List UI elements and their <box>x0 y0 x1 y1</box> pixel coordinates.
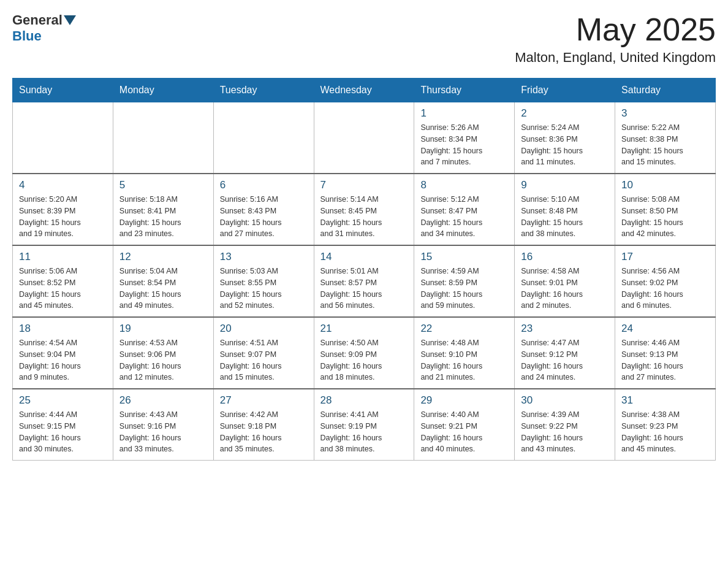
calendar-cell <box>314 102 414 174</box>
day-info: Sunrise: 4:40 AM Sunset: 9:21 PM Dayligh… <box>420 409 508 455</box>
calendar-cell: 23Sunrise: 4:47 AM Sunset: 9:12 PM Dayli… <box>515 317 615 389</box>
day-info: Sunrise: 5:08 AM Sunset: 8:50 PM Dayligh… <box>621 194 709 240</box>
day-number: 17 <box>621 251 709 263</box>
day-number: 23 <box>521 323 609 335</box>
day-info: Sunrise: 4:44 AM Sunset: 9:15 PM Dayligh… <box>19 409 107 455</box>
day-info: Sunrise: 5:12 AM Sunset: 8:47 PM Dayligh… <box>420 194 508 240</box>
calendar-cell: 22Sunrise: 4:48 AM Sunset: 9:10 PM Dayli… <box>414 317 515 389</box>
calendar-cell: 7Sunrise: 5:14 AM Sunset: 8:45 PM Daylig… <box>314 174 414 245</box>
calendar-cell: 6Sunrise: 5:16 AM Sunset: 8:43 PM Daylig… <box>213 174 314 245</box>
day-number: 20 <box>220 323 308 335</box>
page-header: General Blue May 2025 Malton, England, U… <box>12 12 716 66</box>
day-number: 4 <box>19 179 107 191</box>
day-info: Sunrise: 4:48 AM Sunset: 9:10 PM Dayligh… <box>420 337 508 383</box>
calendar-cell: 28Sunrise: 4:41 AM Sunset: 9:19 PM Dayli… <box>314 389 414 461</box>
day-number: 12 <box>119 251 207 263</box>
day-of-week-header: Saturday <box>615 79 716 102</box>
day-number: 14 <box>320 251 408 263</box>
calendar-cell: 27Sunrise: 4:42 AM Sunset: 9:18 PM Dayli… <box>213 389 314 461</box>
day-info: Sunrise: 5:04 AM Sunset: 8:54 PM Dayligh… <box>119 266 207 312</box>
day-info: Sunrise: 4:50 AM Sunset: 9:09 PM Dayligh… <box>320 337 408 383</box>
calendar-cell: 15Sunrise: 4:59 AM Sunset: 8:59 PM Dayli… <box>414 245 515 317</box>
day-of-week-header: Friday <box>515 79 615 102</box>
calendar-cell <box>13 102 113 174</box>
calendar-cell: 25Sunrise: 4:44 AM Sunset: 9:15 PM Dayli… <box>13 389 113 461</box>
calendar-cell: 21Sunrise: 4:50 AM Sunset: 9:09 PM Dayli… <box>314 317 414 389</box>
calendar-cell: 9Sunrise: 5:10 AM Sunset: 8:48 PM Daylig… <box>515 174 615 245</box>
day-info: Sunrise: 5:06 AM Sunset: 8:52 PM Dayligh… <box>19 266 107 312</box>
day-info: Sunrise: 4:43 AM Sunset: 9:16 PM Dayligh… <box>119 409 207 455</box>
calendar-cell: 2Sunrise: 5:24 AM Sunset: 8:36 PM Daylig… <box>515 102 615 174</box>
day-number: 30 <box>521 394 609 407</box>
logo-triangle-icon <box>64 15 76 25</box>
calendar-cell: 3Sunrise: 5:22 AM Sunset: 8:38 PM Daylig… <box>615 102 716 174</box>
day-info: Sunrise: 4:56 AM Sunset: 9:02 PM Dayligh… <box>621 266 709 312</box>
logo-general-text: General <box>12 12 63 28</box>
calendar-week-row: 25Sunrise: 4:44 AM Sunset: 9:15 PM Dayli… <box>13 389 716 461</box>
day-info: Sunrise: 4:47 AM Sunset: 9:12 PM Dayligh… <box>521 337 609 383</box>
day-number: 29 <box>420 394 508 407</box>
calendar-cell: 20Sunrise: 4:51 AM Sunset: 9:07 PM Dayli… <box>213 317 314 389</box>
calendar-cell: 19Sunrise: 4:53 AM Sunset: 9:06 PM Dayli… <box>113 317 213 389</box>
day-info: Sunrise: 5:22 AM Sunset: 8:38 PM Dayligh… <box>621 122 709 168</box>
calendar-cell: 13Sunrise: 5:03 AM Sunset: 8:55 PM Dayli… <box>213 245 314 317</box>
day-info: Sunrise: 4:41 AM Sunset: 9:19 PM Dayligh… <box>320 409 408 455</box>
day-info: Sunrise: 4:51 AM Sunset: 9:07 PM Dayligh… <box>220 337 308 383</box>
day-info: Sunrise: 5:20 AM Sunset: 8:39 PM Dayligh… <box>19 194 107 240</box>
day-info: Sunrise: 4:54 AM Sunset: 9:04 PM Dayligh… <box>19 337 107 383</box>
days-of-week-row: SundayMondayTuesdayWednesdayThursdayFrid… <box>13 79 716 102</box>
calendar-week-row: 1Sunrise: 5:26 AM Sunset: 8:34 PM Daylig… <box>13 102 716 174</box>
calendar-cell: 11Sunrise: 5:06 AM Sunset: 8:52 PM Dayli… <box>13 245 113 317</box>
day-info: Sunrise: 5:10 AM Sunset: 8:48 PM Dayligh… <box>521 194 609 240</box>
day-info: Sunrise: 4:39 AM Sunset: 9:22 PM Dayligh… <box>521 409 609 455</box>
day-number: 11 <box>19 251 107 263</box>
day-of-week-header: Tuesday <box>213 79 314 102</box>
day-info: Sunrise: 5:18 AM Sunset: 8:41 PM Dayligh… <box>119 194 207 240</box>
calendar-cell <box>113 102 213 174</box>
calendar-week-row: 11Sunrise: 5:06 AM Sunset: 8:52 PM Dayli… <box>13 245 716 317</box>
calendar-cell: 24Sunrise: 4:46 AM Sunset: 9:13 PM Dayli… <box>615 317 716 389</box>
day-number: 10 <box>621 179 709 191</box>
day-number: 16 <box>521 251 609 263</box>
calendar-week-row: 18Sunrise: 4:54 AM Sunset: 9:04 PM Dayli… <box>13 317 716 389</box>
day-of-week-header: Monday <box>113 79 213 102</box>
day-number: 22 <box>420 323 508 335</box>
calendar-cell: 4Sunrise: 5:20 AM Sunset: 8:39 PM Daylig… <box>13 174 113 245</box>
day-number: 13 <box>220 251 308 263</box>
day-info: Sunrise: 5:03 AM Sunset: 8:55 PM Dayligh… <box>220 266 308 312</box>
day-number: 27 <box>220 394 308 407</box>
calendar-cell: 12Sunrise: 5:04 AM Sunset: 8:54 PM Dayli… <box>113 245 213 317</box>
day-number: 6 <box>220 179 308 191</box>
day-number: 21 <box>320 323 408 335</box>
day-info: Sunrise: 5:26 AM Sunset: 8:34 PM Dayligh… <box>420 122 508 168</box>
day-number: 3 <box>621 107 709 120</box>
calendar-cell: 18Sunrise: 4:54 AM Sunset: 9:04 PM Dayli… <box>13 317 113 389</box>
calendar-cell: 10Sunrise: 5:08 AM Sunset: 8:50 PM Dayli… <box>615 174 716 245</box>
day-info: Sunrise: 4:38 AM Sunset: 9:23 PM Dayligh… <box>621 409 709 455</box>
day-number: 2 <box>521 107 609 120</box>
day-number: 24 <box>621 323 709 335</box>
calendar-body: 1Sunrise: 5:26 AM Sunset: 8:34 PM Daylig… <box>13 102 716 461</box>
day-number: 8 <box>420 179 508 191</box>
day-number: 19 <box>119 323 207 335</box>
calendar-cell: 17Sunrise: 4:56 AM Sunset: 9:02 PM Dayli… <box>615 245 716 317</box>
calendar-cell: 16Sunrise: 4:58 AM Sunset: 9:01 PM Dayli… <box>515 245 615 317</box>
calendar-cell: 31Sunrise: 4:38 AM Sunset: 9:23 PM Dayli… <box>615 389 716 461</box>
title-block: May 2025 Malton, England, United Kingdom <box>515 12 716 66</box>
day-number: 28 <box>320 394 408 407</box>
day-number: 1 <box>420 107 508 120</box>
day-of-week-header: Sunday <box>13 79 113 102</box>
day-number: 25 <box>19 394 107 407</box>
day-of-week-header: Thursday <box>414 79 515 102</box>
calendar-header: SundayMondayTuesdayWednesdayThursdayFrid… <box>13 79 716 102</box>
day-info: Sunrise: 4:46 AM Sunset: 9:13 PM Dayligh… <box>621 337 709 383</box>
day-info: Sunrise: 4:58 AM Sunset: 9:01 PM Dayligh… <box>521 266 609 312</box>
month-year-title: May 2025 <box>515 12 716 47</box>
logo-blue-text: Blue <box>12 28 42 44</box>
calendar-cell: 1Sunrise: 5:26 AM Sunset: 8:34 PM Daylig… <box>414 102 515 174</box>
calendar-cell: 29Sunrise: 4:40 AM Sunset: 9:21 PM Dayli… <box>414 389 515 461</box>
day-info: Sunrise: 4:59 AM Sunset: 8:59 PM Dayligh… <box>420 266 508 312</box>
day-number: 18 <box>19 323 107 335</box>
day-number: 15 <box>420 251 508 263</box>
day-number: 9 <box>521 179 609 191</box>
